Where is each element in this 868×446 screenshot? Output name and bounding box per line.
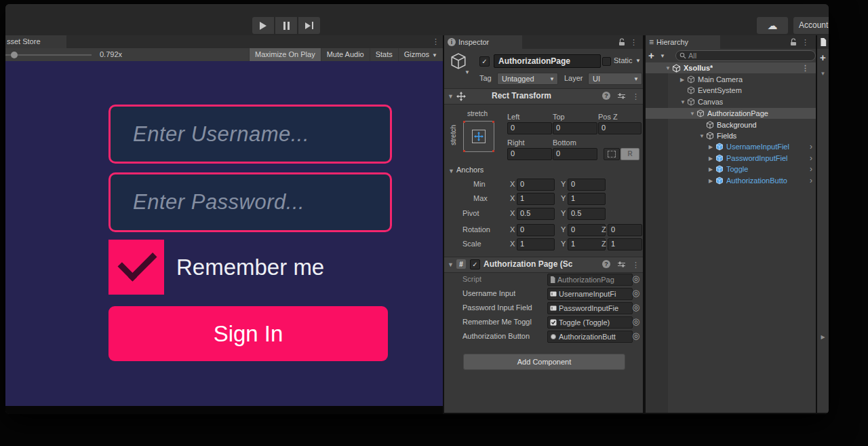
layer-dropdown[interactable]: UI▼ <box>588 73 642 85</box>
scene-row-xsollus[interactable]: ▼ Xsollus* ⋮ <box>646 62 816 73</box>
prefab-open-chevron[interactable]: › <box>810 164 812 174</box>
hierarchy-item-toggle[interactable]: ▶ Toggle › <box>646 164 816 174</box>
object-picker-icon[interactable]: ◎ <box>632 274 639 284</box>
password-input[interactable]: Enter Password... <box>108 172 392 232</box>
bottom-field[interactable]: 0 <box>553 148 597 160</box>
anchors-foldout-icon[interactable]: ▼ <box>448 168 454 174</box>
help-icon[interactable]: ? <box>602 260 610 268</box>
add-component-button[interactable]: Add Component <box>463 354 625 370</box>
toggle-object-field[interactable]: Toggle (Toggle) <box>547 316 633 329</box>
stats-button[interactable]: Stats <box>370 48 398 61</box>
account-button[interactable]: Account <box>793 17 829 34</box>
anchors-max-y-field[interactable]: 1 <box>568 193 606 205</box>
left-field[interactable]: 0 <box>507 122 552 134</box>
gizmos-dropdown[interactable]: Gizmos▼ <box>398 48 443 61</box>
tag-label: Tag <box>479 74 492 82</box>
gameobject-name-field[interactable]: AuthorizationPage <box>494 54 601 68</box>
scale-y-field[interactable]: 1 <box>568 238 606 250</box>
hierarchy-tree: ▼ Xsollus* ⋮ ▶ Main Camera <box>646 62 816 413</box>
cloud-services-button[interactable]: ☁ <box>757 17 788 34</box>
prefab-cube-icon <box>715 165 724 173</box>
pause-button[interactable] <box>275 17 297 34</box>
lock-icon[interactable] <box>790 38 797 48</box>
foldout-icon[interactable]: ▼ <box>448 261 454 268</box>
component-menu-icon[interactable]: ⋮ <box>632 259 639 272</box>
hierarchy-item-background[interactable]: Background <box>646 119 816 130</box>
anchor-preset-widget[interactable] <box>463 121 494 152</box>
presets-icon[interactable] <box>617 261 626 270</box>
anchors-max-x-field[interactable]: 1 <box>517 193 555 205</box>
object-picker-icon[interactable]: ◎ <box>632 331 639 341</box>
raw-edit-mode-button[interactable]: R <box>620 148 639 160</box>
clipped-panel-tab[interactable] <box>817 35 829 49</box>
hierarchy-item-fields[interactable]: ▼ Fields <box>646 130 816 141</box>
username-input-object-field[interactable]: UsernameInputFi <box>547 288 633 300</box>
create-button[interactable]: + <box>817 52 829 63</box>
prefab-open-chevron[interactable]: › <box>810 175 812 186</box>
prefab-open-chevron[interactable]: › <box>810 153 812 164</box>
step-button[interactable] <box>298 17 320 34</box>
static-dropdown-caret[interactable]: ▼ <box>635 58 641 64</box>
create-caret-icon[interactable]: ▼ <box>660 53 665 59</box>
component-enabled-checkbox[interactable]: ✓ <box>470 259 480 270</box>
remember-me-label: Remember me <box>176 240 324 295</box>
script-object-field[interactable]: AuthorizationPag <box>547 274 633 286</box>
mute-audio-button[interactable]: Mute Audio <box>321 48 370 61</box>
presets-icon[interactable] <box>617 92 626 101</box>
static-checkbox[interactable] <box>602 57 611 66</box>
inspector-tabbar: i Inspector ⋮ <box>444 35 643 49</box>
scale-slider-track[interactable] <box>5 54 92 56</box>
object-picker-icon[interactable]: ◎ <box>632 288 639 299</box>
username-input[interactable]: Enter Username... <box>108 105 392 164</box>
anchors-min-label: Min <box>473 180 486 188</box>
posz-field[interactable]: 0 <box>598 122 642 134</box>
maximize-on-play-button[interactable]: Maximize On Play <box>249 48 321 61</box>
hierarchy-item-eventsystem[interactable]: EventSystem <box>646 85 816 96</box>
pivot-y-field[interactable]: 0.5 <box>568 208 606 220</box>
scale-x-field[interactable]: 1 <box>517 238 555 250</box>
scale-z-field[interactable]: 1 <box>608 238 642 250</box>
create-button[interactable]: + <box>648 50 654 61</box>
right-field[interactable]: 0 <box>507 148 552 160</box>
anchors-min-x-field[interactable]: 0 <box>517 179 555 191</box>
rotation-z-field[interactable]: 0 <box>608 224 642 236</box>
scene-menu-icon[interactable]: ⋮ <box>802 62 809 73</box>
help-icon[interactable]: ? <box>602 92 610 100</box>
blueprint-mode-button[interactable] <box>604 148 620 160</box>
rotation-y-field[interactable]: 0 <box>568 224 606 236</box>
hierarchy-menu-icon[interactable]: ⋮ <box>802 35 809 49</box>
anchors-min-y-field[interactable]: 0 <box>568 179 606 191</box>
tab-hierarchy[interactable]: ≡ Hierarchy <box>646 35 720 49</box>
sign-in-button[interactable]: Sign In <box>108 306 388 361</box>
rect-transform-header[interactable]: ▼ Rect Transform ? ⋮ <box>444 88 643 105</box>
remember-me-checkbox[interactable] <box>108 240 164 295</box>
icon-picker-caret[interactable]: ▼ <box>465 69 470 75</box>
hierarchy-item-passwordinputfield[interactable]: ▶ PasswordInputFiel › <box>646 153 816 164</box>
rotation-x-field[interactable]: 0 <box>517 224 555 236</box>
game-view-menu-icon[interactable]: ⋮ <box>432 35 439 48</box>
password-input-object-field[interactable]: PasswordInputFie <box>547 302 633 314</box>
tag-dropdown[interactable]: Untagged▼ <box>497 73 558 85</box>
scale-slider-knob[interactable] <box>11 52 18 58</box>
pivot-x-field[interactable]: 0.5 <box>517 208 555 220</box>
prefab-open-chevron[interactable]: › <box>810 141 812 152</box>
play-button[interactable] <box>252 17 274 34</box>
foldout-icon[interactable]: ▼ <box>448 93 454 100</box>
hierarchy-item-main-camera[interactable]: ▶ Main Camera <box>646 74 816 85</box>
hierarchy-item-authorizationbutton[interactable]: ▶ AuthorizationButto › <box>646 175 816 186</box>
hierarchy-item-authorizationpage[interactable]: ▼ AuthorizationPage <box>646 108 816 119</box>
hierarchy-item-canvas[interactable]: ▼ Canvas <box>646 96 816 107</box>
top-field[interactable]: 0 <box>553 122 597 134</box>
authorization-button-object-field[interactable]: AuthorizationButt <box>547 331 633 343</box>
active-checkbox[interactable]: ✓ <box>479 56 490 67</box>
object-picker-icon[interactable]: ◎ <box>632 302 639 313</box>
authorization-page-script-header[interactable]: ▼ # ✓ Authorization Page (Sc ? ⋮ <box>444 257 643 273</box>
hierarchy-item-usernameinputfield[interactable]: ▶ UsernameInputFiel › <box>646 141 816 152</box>
lock-icon[interactable] <box>618 38 625 48</box>
tab-asset-store[interactable]: sset Store <box>5 35 66 48</box>
object-picker-icon[interactable]: ◎ <box>632 316 639 327</box>
inspector-menu-icon[interactable]: ⋮ <box>630 35 637 49</box>
component-menu-icon[interactable]: ⋮ <box>632 90 639 103</box>
hierarchy-search-input[interactable]: All <box>675 50 816 61</box>
tab-inspector[interactable]: i Inspector <box>444 35 522 49</box>
